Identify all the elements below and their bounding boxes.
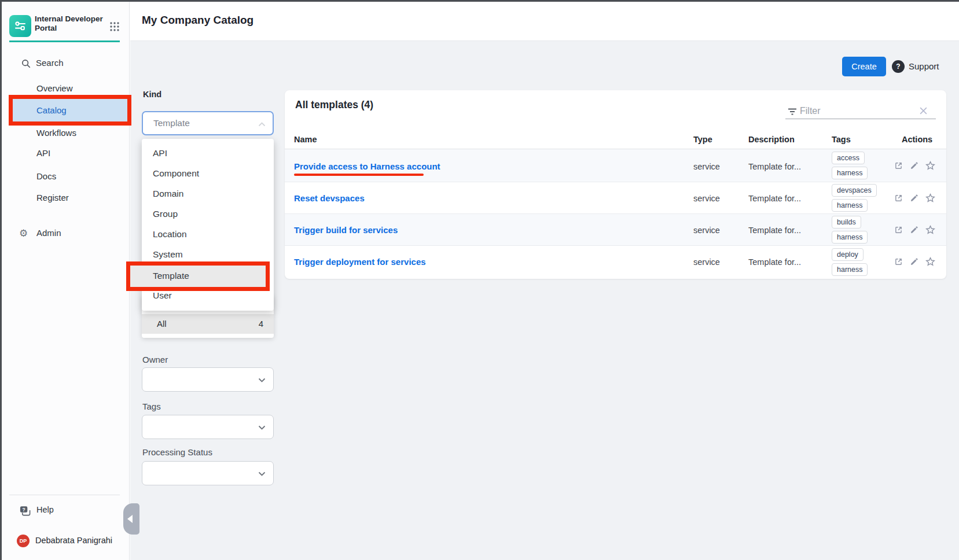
sidebar-item-docs[interactable]: Docs	[36, 170, 56, 183]
edit-pencil-icon[interactable]	[909, 257, 919, 267]
actions-cell	[894, 149, 940, 182]
tags-filter-label: Tags	[142, 401, 161, 411]
open-in-new-icon[interactable]	[894, 257, 903, 267]
table-filter-input[interactable]	[800, 104, 910, 118]
window-frame-left	[0, 0, 2, 560]
tag-chip: deploy	[832, 248, 864, 261]
star-favorite-icon[interactable]	[925, 224, 936, 235]
sidebar-item-workflows[interactable]: Workflows	[36, 127, 76, 139]
template-link[interactable]: Trigger build for services	[294, 225, 398, 235]
edit-pencil-icon[interactable]	[909, 225, 919, 235]
template-link[interactable]: Provide access to Harness account	[294, 161, 440, 171]
templates-table-card: All templates (4) Name Type Description …	[285, 90, 946, 279]
description-cell: Template for...	[748, 226, 801, 235]
apps-grid-icon[interactable]	[109, 21, 120, 35]
sidebar: Internal Developer Portal Search Overvie…	[0, 0, 130, 560]
type-cell: service	[693, 162, 720, 171]
tag-chip: harness	[832, 199, 868, 212]
actions-cell	[894, 246, 940, 278]
sidebar-divider	[9, 495, 120, 495]
open-in-new-icon[interactable]	[894, 161, 903, 171]
tags-cell: access harness	[832, 149, 868, 182]
filter-input-underline	[785, 119, 936, 119]
template-link[interactable]: Reset devspaces	[294, 193, 365, 203]
column-header-name: Name	[294, 135, 317, 144]
clear-filter-icon[interactable]	[919, 106, 928, 117]
support-help-icon[interactable]: ?	[892, 60, 905, 73]
tags-select[interactable]	[142, 415, 274, 439]
tag-chip: harness	[832, 167, 868, 179]
owner-select[interactable]	[142, 367, 274, 392]
sidebar-item-overview[interactable]: Overview	[36, 82, 73, 95]
kind-option-location[interactable]: Location	[142, 227, 274, 241]
all-filter-count: 4	[259, 319, 263, 329]
column-header-type: Type	[693, 135, 712, 144]
sidebar-item-admin[interactable]: ⚙ Admin	[0, 226, 130, 243]
column-header-description: Description	[748, 135, 795, 144]
star-favorite-icon[interactable]	[925, 193, 936, 204]
kind-option-api[interactable]: API	[142, 146, 274, 160]
support-button[interactable]: Support	[909, 61, 939, 71]
kind-select[interactable]: Template	[142, 111, 274, 135]
kind-option-domain[interactable]: Domain	[142, 187, 274, 201]
description-cell: Template for...	[748, 194, 801, 203]
star-favorite-icon[interactable]	[925, 256, 936, 267]
search-label: Search	[36, 58, 64, 68]
kind-option-template[interactable]: Template	[153, 269, 189, 283]
sidebar-item-help[interactable]: ? Help	[0, 504, 130, 518]
templates-table-title: All templates (4)	[295, 99, 373, 111]
tag-chip: harness	[832, 231, 868, 244]
user-avatar: DP	[17, 535, 30, 547]
type-cell: service	[693, 194, 720, 203]
tag-chip: harness	[832, 263, 868, 276]
tags-cell: builds harness	[832, 214, 868, 245]
annotation-box-template	[126, 261, 270, 291]
sidebar-item-api[interactable]: API	[36, 147, 50, 160]
column-header-actions: Actions	[902, 135, 932, 144]
svg-text:?: ?	[22, 507, 25, 513]
tag-chip: devspaces	[832, 184, 877, 197]
help-label: Help	[36, 505, 54, 514]
actions-cell	[894, 214, 940, 245]
open-in-new-icon[interactable]	[894, 193, 903, 203]
gear-icon: ⚙	[19, 227, 28, 240]
app-window: Internal Developer Portal Search Overvie…	[0, 0, 959, 560]
sidebar-item-search[interactable]: Search	[0, 56, 130, 73]
edit-pencil-icon[interactable]	[909, 193, 919, 203]
collapse-left-arrow-icon	[127, 515, 133, 523]
create-button[interactable]: Create	[842, 57, 886, 76]
actions-cell	[894, 182, 940, 213]
processing-status-filter-label: Processing Status	[142, 447, 212, 457]
owner-filter-label: Owner	[142, 355, 168, 364]
template-link[interactable]: Trigger deployment for services	[294, 257, 426, 267]
type-cell: service	[693, 257, 720, 267]
tags-cell: deploy harness	[832, 246, 868, 278]
annotation-underline-first-template	[294, 174, 424, 176]
page-title: My Company Catalog	[142, 14, 253, 27]
window-frame-top	[0, 0, 959, 2]
kind-filter-label: Kind	[143, 90, 161, 99]
idp-logo-icon	[13, 19, 27, 33]
tag-chip: access	[832, 152, 865, 164]
type-cell: service	[693, 226, 720, 235]
admin-label: Admin	[36, 228, 61, 238]
kind-option-component[interactable]: Component	[142, 167, 274, 180]
sidebar-collapse-handle[interactable]	[123, 503, 139, 535]
sidebar-item-catalog[interactable]: Catalog	[36, 104, 67, 117]
table-row: Provide access to Harness account servic…	[285, 149, 946, 182]
annotation-box-catalog	[9, 95, 131, 126]
tags-cell: devspaces harness	[832, 182, 877, 213]
table-row: Reset devspaces service Template for... …	[285, 182, 946, 214]
filter-funnel-icon	[787, 108, 798, 118]
kind-option-group[interactable]: Group	[142, 207, 274, 221]
star-favorite-icon[interactable]	[925, 160, 936, 171]
open-in-new-icon[interactable]	[894, 225, 903, 235]
processing-status-select[interactable]	[142, 461, 274, 485]
user-name: Debabrata Panigrahi	[35, 536, 112, 545]
user-profile[interactable]: DP Debabrata Panigrahi	[0, 533, 130, 548]
all-filter-row[interactable]: All 4	[142, 314, 274, 334]
tag-chip: builds	[832, 216, 861, 229]
edit-pencil-icon[interactable]	[909, 161, 919, 171]
sidebar-item-register[interactable]: Register	[36, 191, 69, 204]
kind-option-system[interactable]: System	[142, 248, 274, 261]
